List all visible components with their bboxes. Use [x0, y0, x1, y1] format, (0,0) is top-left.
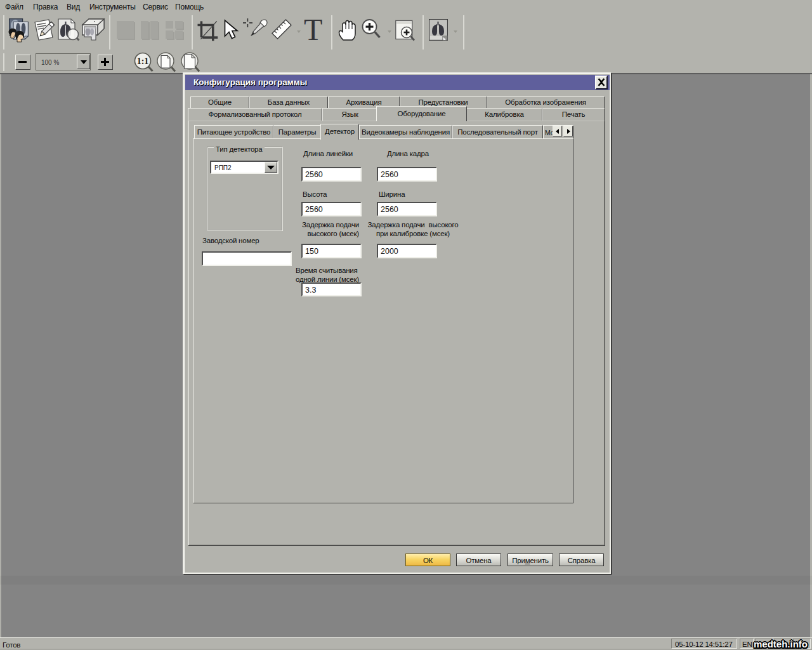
svg-text:1:1: 1:1 — [137, 56, 149, 66]
